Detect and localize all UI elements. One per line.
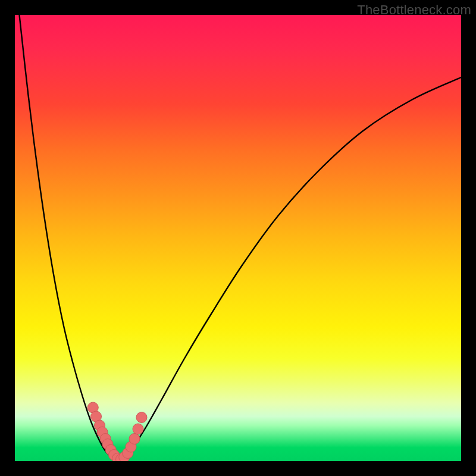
marker-point (133, 424, 143, 434)
watermark-text: TheBottleneck.com (357, 2, 471, 18)
curve-left-branch (20, 15, 118, 461)
plot-area (15, 15, 461, 461)
marker-point (136, 412, 147, 423)
curve-group (20, 15, 462, 461)
curve-right-branch (118, 77, 462, 461)
marker-group (87, 402, 147, 461)
chart-overlay (15, 15, 461, 461)
outer-frame: TheBottleneck.com (0, 0, 476, 476)
marker-point (129, 434, 140, 444)
